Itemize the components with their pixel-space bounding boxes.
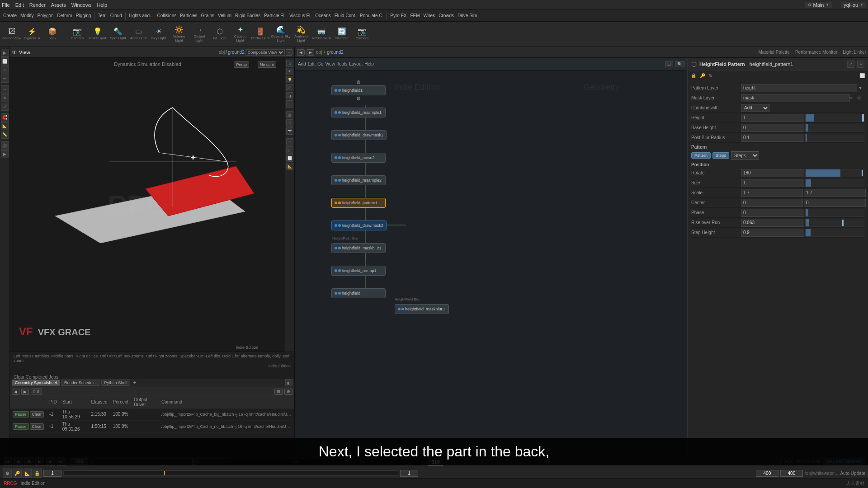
tool-measure[interactable]: 📏 (1, 131, 9, 139)
tool-camera[interactable]: 📷 Camera (67, 23, 87, 46)
prop-tb-reload[interactable]: ↻ (708, 73, 714, 79)
toolbar-vellum[interactable]: Vellum (217, 13, 233, 18)
tab-render-scheduler[interactable]: Render Scheduler (61, 380, 100, 386)
tool-point-light[interactable]: 💡 Point Light (88, 23, 108, 46)
prop-base-height-input[interactable] (741, 124, 804, 132)
vs-shading[interactable]: ◑ (286, 92, 293, 99)
frame-range-end2[interactable] (780, 470, 803, 477)
tool-caustic-light[interactable]: ✦ Caustic Light (230, 23, 250, 46)
graph-view[interactable]: View (325, 61, 335, 66)
node-graph[interactable]: Add Edit Go View Tools Layout Help ⊡ 🔍 R… (295, 58, 687, 478)
vs-safe[interactable]: ⬜ (286, 155, 293, 162)
prop-height-input[interactable] (741, 114, 804, 122)
bottom-filter-btn[interactable]: ⊞ (274, 389, 283, 395)
node-box-hfmb3[interactable]: heightfield_maskblur3 (395, 304, 449, 314)
add-tab-btn[interactable]: + (133, 380, 136, 386)
prop-base-height-slider[interactable] (805, 124, 865, 132)
prop-gear-btn[interactable]: ⚙ (857, 61, 864, 68)
tool-sky-light[interactable]: ☀ Sky Light (149, 23, 169, 46)
tool-ambient-light[interactable]: 💫 Ambient Light (291, 23, 311, 46)
menu-help[interactable]: Help (97, 2, 107, 8)
fr-key[interactable]: 🔑 (13, 469, 22, 478)
graph-add[interactable]: Add (298, 61, 306, 66)
tool-camera-left[interactable]: 🎥 (1, 141, 9, 150)
tool-transform[interactable]: ↔ (1, 85, 9, 94)
node-box-hf1[interactable]: heightfield1 (331, 85, 386, 95)
vs-eye[interactable]: 👁 (286, 68, 293, 75)
toolbar-lights[interactable]: Lights and... (127, 13, 155, 18)
toolbar-viscous[interactable]: Viscous FI. (288, 13, 313, 18)
prop-steps-btn[interactable]: Steps (712, 152, 729, 159)
vs-light[interactable]: 💡 (286, 76, 293, 83)
node-box-hfmb1[interactable]: heightfield_maskblur1 (331, 243, 386, 253)
node-hf-noise2[interactable]: heightfield_noise2 (331, 153, 386, 163)
node-hf-maskblur3[interactable]: heightfield_maskblur3 (395, 304, 449, 314)
scene-name[interactable]: ground2 (228, 50, 245, 55)
toolbar-crowds[interactable]: Crowds (437, 13, 455, 18)
fr-snap[interactable]: 📐 (23, 469, 32, 478)
main-workspace[interactable]: yqHou ▼ (841, 2, 866, 8)
toolbar-modify[interactable]: Modify (19, 13, 35, 18)
tool-switcher[interactable]: 🔄 Switcher (332, 23, 352, 46)
cam-btn[interactable]: No cam (258, 61, 276, 68)
persp-btn[interactable]: Persp (234, 61, 249, 68)
tab-python-shell[interactable]: Python Shell (101, 380, 131, 386)
node-hf-drawmask1[interactable]: heightfield_drawmask1 (331, 130, 387, 140)
node-box-hfn2[interactable]: heightfield_noise2 (331, 153, 386, 163)
node-box-hfd2[interactable]: heightfield_drawmask2 (331, 221, 387, 230)
bottom-forward-btn[interactable]: ▶ (21, 389, 29, 395)
tool-snapping[interactable]: 📐 (1, 122, 9, 130)
tool-gl-light[interactable]: ⬡ GL Light (210, 23, 230, 46)
clear-btn-1[interactable]: Clear (30, 411, 44, 418)
tool-pack[interactable]: 📦 pack (42, 23, 62, 46)
workspace-selector[interactable]: ⚙ Main ▼ (805, 2, 832, 8)
node-hf-resample2[interactable]: heightfield_resample2 (331, 175, 386, 185)
vs-bg[interactable]: ░ (286, 119, 293, 127)
tool-scene-view[interactable]: 🖼 Scene View (2, 23, 22, 46)
tool-lasso[interactable]: ○ (1, 66, 9, 74)
toolbar-pyro[interactable]: Pyro FX (389, 13, 408, 18)
prop-center-x-input[interactable] (741, 199, 803, 207)
tool-spot-light[interactable]: 🔦 Spot Light (108, 23, 128, 46)
frame-range-end[interactable] (756, 470, 778, 477)
toolbar-fluid-cont[interactable]: Fluid Cont. (333, 13, 358, 18)
menu-assets[interactable]: Assets (51, 2, 66, 8)
tool-vr-camera[interactable]: 🥽 VR Camera (311, 23, 331, 46)
toolbar-deform[interactable]: Deform (56, 13, 74, 18)
light-linker-link[interactable]: Light Linker (843, 50, 866, 55)
prop-combine-select[interactable]: Add Replace Multiply (741, 104, 769, 112)
graph-edit[interactable]: Edit (308, 61, 316, 66)
vs-frame[interactable]: ⬚ (286, 146, 293, 154)
tool-volume-light[interactable]: 🔆 Volume Light (169, 23, 189, 46)
bottom-back-btn[interactable]: ◀ (12, 389, 19, 395)
node-hf-maskblur1[interactable]: heightfield_maskblur1 (331, 243, 386, 253)
graph-go[interactable]: Go (317, 61, 323, 66)
tool-rotate[interactable]: ↻ (1, 94, 9, 102)
node-box-hfp1[interactable]: heightfield_pattern1 (331, 198, 386, 208)
prop-rotate-slider[interactable] (805, 169, 865, 177)
node-hf-pattern1[interactable]: heightfield_pattern1 (331, 198, 386, 208)
persp-select[interactable]: Persp (234, 61, 249, 68)
prop-center-y-input[interactable] (804, 199, 866, 207)
viewport-3d[interactable]: RRCG Dynamics Simulation Disabled (10, 58, 285, 352)
graph-layout[interactable]: Layout (349, 61, 363, 66)
prop-size-slider[interactable] (805, 179, 865, 187)
add-view-btn[interactable]: + (286, 49, 292, 56)
node-box-hfd1[interactable]: heightfield_drawmask1 (331, 130, 387, 140)
graph-zoom-fit[interactable]: ⊡ (665, 61, 673, 67)
toolbar-drive-sim[interactable]: Drive Sim (456, 13, 478, 18)
prop-mask-layer-btn1[interactable]: ○ (850, 95, 857, 100)
toolbar-cloud[interactable]: Terr. (96, 13, 108, 18)
menu-render[interactable]: Render (29, 2, 46, 8)
right-back-btn[interactable]: ◀ (297, 49, 305, 56)
toolbar-populate[interactable]: Populate C. (359, 13, 385, 18)
prop-phase-input[interactable] (741, 209, 804, 217)
toolbar-create[interactable]: Create (2, 13, 18, 18)
vs-render-region[interactable]: ▥ (286, 111, 293, 118)
node-hf-remap1[interactable]: heightfield_remap1 (331, 266, 386, 276)
prop-post-blur-slider[interactable] (805, 134, 865, 142)
bottom-settings-btn[interactable]: ⚙ (284, 389, 292, 395)
view-type-select[interactable]: Composite View Perspective (245, 49, 285, 56)
prop-step-height-input[interactable] (741, 229, 804, 237)
toolbar-wires[interactable]: Wires (422, 13, 437, 18)
